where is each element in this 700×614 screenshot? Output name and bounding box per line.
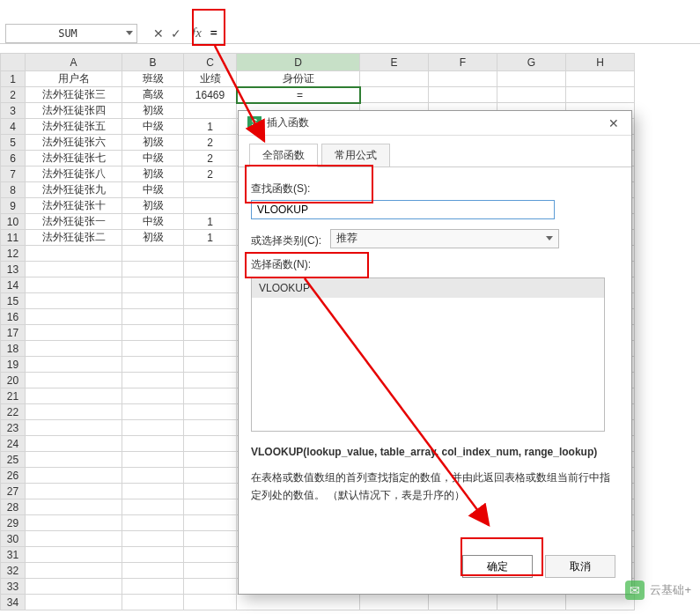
row-header[interactable]: 13 (1, 262, 26, 277)
row-header[interactable]: 11 (1, 230, 26, 246)
cell[interactable] (122, 388, 184, 404)
col-header-H[interactable]: H (566, 54, 635, 71)
cell[interactable] (184, 531, 237, 547)
close-icon[interactable]: ✕ (605, 116, 623, 130)
cell[interactable] (184, 388, 237, 404)
tab-common-formulas[interactable]: 常用公式 (321, 144, 390, 166)
cell[interactable] (184, 515, 237, 531)
cell[interactable] (184, 103, 237, 119)
row-header[interactable]: 27 (1, 484, 26, 499)
cell[interactable] (26, 420, 122, 436)
name-box-dropdown-icon[interactable] (126, 31, 133, 35)
cell[interactable] (122, 277, 184, 293)
cell[interactable] (122, 515, 184, 531)
cell[interactable] (184, 563, 237, 579)
row-header[interactable]: 19 (1, 357, 26, 373)
cell[interactable] (360, 595, 429, 610)
row-header[interactable]: 1 (1, 71, 26, 87)
commit-formula-icon[interactable]: ✓ (171, 26, 181, 41)
cell[interactable] (26, 246, 122, 262)
cell[interactable]: 业绩 (184, 71, 237, 87)
cell[interactable] (184, 262, 237, 277)
row-header[interactable]: 25 (1, 452, 26, 468)
cell[interactable]: 法外狂徒张十 (26, 198, 122, 214)
cell[interactable] (184, 198, 237, 214)
row-header[interactable]: 4 (1, 119, 26, 135)
cell[interactable] (26, 563, 122, 579)
cell[interactable]: 初级 (122, 198, 184, 214)
col-header-E[interactable]: E (360, 54, 429, 71)
row-header[interactable]: 30 (1, 531, 26, 547)
insert-function-icon[interactable]: fx (188, 26, 205, 41)
cell[interactable] (360, 71, 429, 87)
cell[interactable] (122, 579, 184, 595)
cell[interactable] (360, 87, 429, 103)
cell[interactable]: 身份证 (237, 71, 360, 87)
col-header-A[interactable]: A (26, 54, 122, 71)
function-list[interactable]: VLOOKUP (251, 277, 605, 432)
col-header-C[interactable]: C (184, 54, 237, 71)
cell[interactable] (184, 325, 237, 341)
row-header[interactable]: 2 (1, 87, 26, 103)
row-header[interactable]: 18 (1, 341, 26, 357)
cell[interactable]: 中级 (122, 151, 184, 166)
cell[interactable]: 1 (184, 214, 237, 230)
cell[interactable] (184, 420, 237, 436)
cell[interactable] (26, 452, 122, 468)
row-header[interactable]: 14 (1, 277, 26, 293)
cell[interactable] (26, 484, 122, 499)
cell[interactable] (184, 277, 237, 293)
category-dropdown[interactable]: 推荐 (330, 229, 559, 248)
row-header[interactable]: 7 (1, 166, 26, 182)
cell[interactable] (122, 404, 184, 420)
cell[interactable] (122, 547, 184, 563)
cell[interactable] (26, 325, 122, 341)
row-header[interactable]: 8 (1, 182, 26, 198)
cell[interactable] (26, 547, 122, 563)
name-box[interactable]: SUM (5, 24, 137, 43)
cell[interactable]: 法外狂徒张三 (26, 87, 122, 103)
row-header[interactable]: 31 (1, 547, 26, 563)
row-header[interactable]: 23 (1, 420, 26, 436)
search-function-input[interactable] (251, 200, 555, 219)
cell[interactable] (122, 357, 184, 373)
col-header-D[interactable]: D (237, 54, 360, 71)
row-header[interactable]: 9 (1, 198, 26, 214)
cell[interactable] (122, 341, 184, 357)
row-header[interactable]: 26 (1, 468, 26, 484)
function-list-item[interactable]: VLOOKUP (252, 278, 604, 298)
cell[interactable] (26, 595, 122, 610)
cell[interactable] (26, 404, 122, 420)
cell[interactable] (497, 87, 566, 103)
cell[interactable]: 1 (184, 119, 237, 135)
cell[interactable] (26, 499, 122, 515)
row-header[interactable]: 6 (1, 151, 26, 166)
cell[interactable] (122, 262, 184, 277)
cell[interactable] (122, 452, 184, 468)
cell[interactable]: 法外狂徒张四 (26, 103, 122, 119)
cell[interactable] (566, 71, 635, 87)
cell[interactable]: 法外狂徒张一 (26, 214, 122, 230)
cell[interactable] (184, 547, 237, 563)
cell[interactable] (26, 531, 122, 547)
cell[interactable]: 初级 (122, 135, 184, 151)
row-header[interactable]: 12 (1, 246, 26, 262)
cell[interactable] (122, 246, 184, 262)
cell[interactable] (237, 595, 360, 610)
tab-all-functions[interactable]: 全部函数 (249, 144, 318, 167)
row-header[interactable]: 10 (1, 214, 26, 230)
cell[interactable] (122, 468, 184, 484)
row-header[interactable]: 15 (1, 293, 26, 309)
row-header[interactable]: 20 (1, 373, 26, 388)
cell[interactable]: 法外狂徒张六 (26, 135, 122, 151)
cell[interactable] (26, 468, 122, 484)
cell[interactable] (184, 452, 237, 468)
cell[interactable]: 2 (184, 151, 237, 166)
cell[interactable] (26, 262, 122, 277)
cell[interactable] (497, 595, 566, 610)
cancel-button[interactable]: 取消 (545, 555, 615, 578)
cancel-formula-icon[interactable]: ✕ (153, 26, 164, 41)
cell[interactable] (566, 87, 635, 103)
row-header[interactable]: 5 (1, 135, 26, 151)
row-header[interactable]: 33 (1, 579, 26, 595)
